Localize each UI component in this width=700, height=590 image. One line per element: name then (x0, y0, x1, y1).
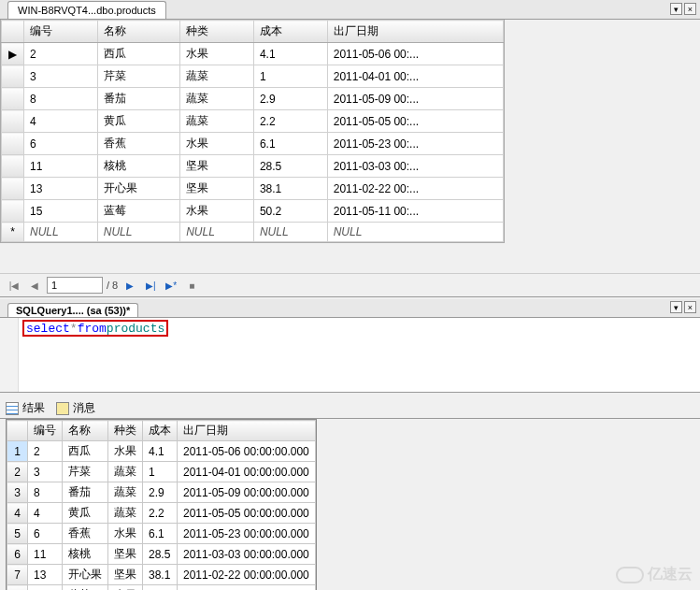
cell[interactable]: 蔬菜 (180, 88, 254, 110)
cell[interactable]: 香蕉 (63, 524, 108, 544)
nav-prev[interactable]: ◀ (26, 277, 43, 294)
row-number[interactable]: 7 (7, 565, 28, 585)
cell[interactable]: 6 (28, 524, 63, 544)
cell[interactable]: 水果 (180, 43, 254, 65)
row-header[interactable] (2, 110, 24, 133)
result-row[interactable]: 815蓝莓水果50.22011-05-11 00:00:00.000 (7, 585, 316, 591)
cell[interactable]: 蔬菜 (180, 110, 254, 133)
table-row[interactable]: 15蓝莓水果50.22011-05-11 00:... (2, 200, 504, 223)
cell[interactable]: 15 (24, 200, 98, 223)
cell[interactable]: 2011-05-06 00:00:00.000 (178, 441, 316, 462)
row-number[interactable]: 2 (7, 462, 28, 482)
cell[interactable]: 水果 (108, 585, 143, 591)
cell[interactable]: 3 (24, 65, 98, 88)
cell[interactable]: NULL (24, 223, 98, 242)
cell[interactable]: 50.2 (253, 200, 327, 223)
cell[interactable]: 2011-04-01 00:00:00.000 (178, 462, 316, 482)
result-row[interactable]: 44黄瓜蔬菜2.22011-05-05 00:00:00.000 (7, 503, 316, 524)
cell[interactable]: 1 (143, 462, 178, 482)
table-row[interactable]: 4黄瓜蔬菜2.22011-05-05 00:... (2, 110, 504, 133)
cell[interactable]: 坚果 (180, 155, 254, 178)
col-id[interactable]: 编号 (24, 21, 98, 43)
cell[interactable]: 2011-05-06 00:... (327, 43, 503, 65)
sql-editor[interactable]: select * from products (0, 318, 700, 393)
nav-first[interactable]: |◀ (6, 277, 22, 294)
messages-tab[interactable]: 消息 (56, 400, 95, 416)
cell[interactable]: 坚果 (108, 565, 143, 585)
cell[interactable]: 2011-05-23 00:00:00.000 (178, 524, 316, 544)
cell[interactable]: 6.1 (143, 524, 178, 544)
cell[interactable]: 13 (24, 178, 98, 200)
cell[interactable]: 8 (24, 88, 98, 110)
row-number[interactable]: 3 (7, 482, 28, 503)
result-row[interactable]: 38番茄蔬菜2.92011-05-09 00:00:00.000 (7, 482, 316, 503)
table-row[interactable]: 3芹菜蔬菜12011-04-01 00:... (2, 65, 504, 88)
cell[interactable]: 4.1 (253, 43, 327, 65)
cell[interactable]: 西瓜 (97, 43, 179, 65)
cell[interactable]: 1 (253, 65, 327, 88)
cell[interactable]: 38.1 (143, 565, 178, 585)
cell[interactable]: 11 (24, 155, 98, 178)
rcol-cost[interactable]: 成本 (143, 421, 178, 441)
result-row[interactable]: 12西瓜水果4.12011-05-06 00:00:00.000 (7, 441, 316, 462)
cell[interactable]: 4 (28, 503, 63, 524)
cell[interactable]: 2011-05-09 00:00:00.000 (178, 482, 316, 503)
col-date[interactable]: 出厂日期 (327, 21, 503, 43)
nav-new[interactable]: ▶* (163, 277, 179, 294)
table-tab[interactable]: WIN-B8RVQT4...dbo.products (7, 1, 166, 19)
cell[interactable]: 蔬菜 (108, 503, 143, 524)
cell[interactable]: 2011-02-22 00:00:00.000 (178, 565, 316, 585)
row-header[interactable] (2, 133, 24, 155)
cell[interactable]: 黄瓜 (63, 503, 108, 524)
cell[interactable]: 蔬菜 (108, 482, 143, 503)
result-row[interactable]: 56香蕉水果6.12011-05-23 00:00:00.000 (7, 524, 316, 544)
row-header[interactable] (2, 88, 24, 110)
nav-position-input[interactable] (47, 277, 103, 294)
table-row[interactable]: ▶2西瓜水果4.12011-05-06 00:... (2, 43, 504, 65)
cell[interactable]: 蓝莓 (97, 200, 179, 223)
cell[interactable]: 6 (24, 133, 98, 155)
cell[interactable]: 水果 (108, 524, 143, 544)
cell[interactable]: 2.2 (253, 110, 327, 133)
cell[interactable]: 2011-03-03 00:00:00.000 (178, 544, 316, 565)
cell[interactable]: NULL (97, 223, 179, 242)
close-icon[interactable]: × (684, 3, 696, 15)
cell[interactable]: 坚果 (108, 544, 143, 565)
rcol-type[interactable]: 种类 (108, 421, 143, 441)
cell[interactable]: 核桃 (97, 155, 179, 178)
result-row[interactable]: 713开心果坚果38.12011-02-22 00:00:00.000 (7, 565, 316, 585)
cell[interactable]: 4 (24, 110, 98, 133)
cell[interactable]: 28.5 (253, 155, 327, 178)
cell[interactable]: 开心果 (63, 565, 108, 585)
nav-next[interactable]: ▶ (121, 277, 138, 294)
sql-query-tab[interactable]: SQLQuery1.... (sa (53))* (7, 303, 138, 317)
row-number[interactable]: 4 (7, 503, 28, 524)
cell[interactable]: 2011-05-05 00:00:00.000 (178, 503, 316, 524)
cell[interactable]: 2.9 (253, 88, 327, 110)
col-cost[interactable]: 成本 (253, 21, 327, 43)
cell[interactable]: 2011-05-23 00:... (327, 133, 503, 155)
cell[interactable]: 水果 (180, 133, 254, 155)
table-row[interactable]: 8番茄蔬菜2.92011-05-09 00:... (2, 88, 504, 110)
cell[interactable]: NULL (253, 223, 327, 242)
cell[interactable]: 2011-05-09 00:... (327, 88, 503, 110)
pin-icon[interactable]: ▾ (670, 301, 682, 313)
rcol-date[interactable]: 出厂日期 (178, 421, 316, 441)
cell[interactable]: 西瓜 (63, 441, 108, 462)
cell[interactable]: 3 (28, 462, 63, 482)
cell[interactable]: 8 (28, 482, 63, 503)
cell[interactable]: 2011-03-03 00:... (327, 155, 503, 178)
result-row[interactable]: 23芹菜蔬菜12011-04-01 00:00:00.000 (7, 462, 316, 482)
cell[interactable]: 蔬菜 (180, 65, 254, 88)
cell[interactable]: NULL (327, 223, 503, 242)
row-number[interactable]: 5 (7, 524, 28, 544)
cell[interactable]: 15 (28, 585, 63, 591)
cell[interactable]: 2011-04-01 00:... (327, 65, 503, 88)
row-number[interactable]: 6 (7, 544, 28, 565)
cell[interactable]: 13 (28, 565, 63, 585)
cell[interactable]: 2 (24, 43, 98, 65)
rcol-id[interactable]: 编号 (28, 421, 63, 441)
cell[interactable]: 2011-02-22 00:... (327, 178, 503, 200)
results-tab[interactable]: 结果 (6, 400, 45, 416)
cell[interactable]: 蔬菜 (108, 462, 143, 482)
